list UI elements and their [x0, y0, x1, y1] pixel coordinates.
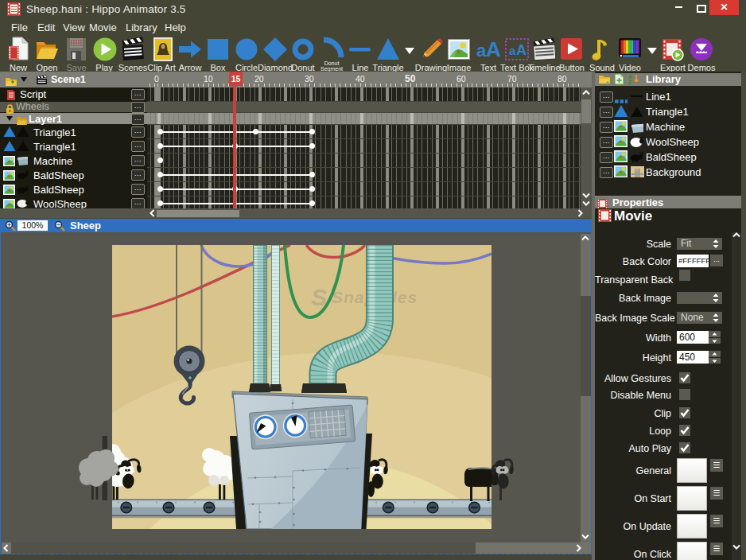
svg-text:Z: Z: [628, 80, 632, 85]
svg-text:S: S: [311, 284, 327, 310]
svg-text:a: a: [509, 44, 516, 57]
svg-text:A: A: [516, 42, 526, 58]
svg-text:A: A: [486, 37, 501, 61]
svg-text:A: A: [628, 74, 632, 80]
